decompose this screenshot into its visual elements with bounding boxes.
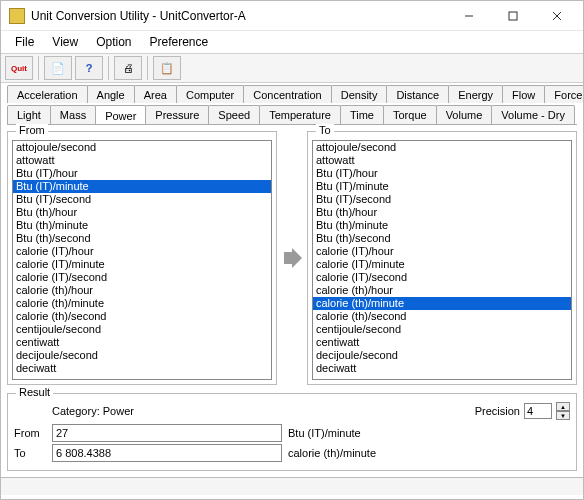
tab-light[interactable]: Light xyxy=(7,105,51,124)
tab-temperature[interactable]: Temperature xyxy=(259,105,341,124)
arrow-right-icon xyxy=(282,248,302,268)
tab-energy[interactable]: Energy xyxy=(448,85,503,103)
window-controls xyxy=(447,2,579,30)
maximize-icon xyxy=(508,11,518,21)
list-item[interactable]: Btu (IT)/hour xyxy=(13,167,271,180)
tab-torque[interactable]: Torque xyxy=(383,105,437,124)
list-item[interactable]: Btu (IT)/minute xyxy=(13,180,271,193)
menu-option[interactable]: Option xyxy=(88,33,139,51)
toolbar-separator xyxy=(147,56,148,80)
svg-rect-1 xyxy=(509,12,517,20)
list-item[interactable]: calorie (th)/second xyxy=(313,310,571,323)
tab-flow[interactable]: Flow xyxy=(502,85,545,103)
menubar: File View Option Preference xyxy=(1,31,583,53)
list-item[interactable]: calorie (IT)/minute xyxy=(313,258,571,271)
menu-file[interactable]: File xyxy=(7,33,42,51)
list-item[interactable]: calorie (th)/minute xyxy=(313,297,571,310)
list-item[interactable]: decijoule/second xyxy=(13,349,271,362)
tab-angle[interactable]: Angle xyxy=(87,85,135,103)
list-item[interactable]: centijoule/second xyxy=(313,323,571,336)
list-item[interactable]: Btu (th)/hour xyxy=(13,206,271,219)
list-item[interactable]: centiwatt xyxy=(313,336,571,349)
help-icon: ? xyxy=(86,62,93,74)
list-item[interactable]: Btu (th)/second xyxy=(13,232,271,245)
to-result-row: To calorie (th)/minute xyxy=(14,444,570,462)
list-item[interactable]: Btu (th)/minute xyxy=(313,219,571,232)
tab-speed[interactable]: Speed xyxy=(208,105,260,124)
toolbar: Quit 📄 ? 🖨 📋 xyxy=(1,53,583,83)
menu-preference[interactable]: Preference xyxy=(142,33,217,51)
list-item[interactable]: Btu (th)/hour xyxy=(313,206,571,219)
help-button[interactable]: ? xyxy=(75,56,103,80)
list-item[interactable]: Btu (IT)/minute xyxy=(313,180,571,193)
to-listbox[interactable]: attojoule/secondattowattBtu (IT)/hourBtu… xyxy=(312,140,572,380)
list-item[interactable]: calorie (IT)/hour xyxy=(13,245,271,258)
category-text: Category: Power xyxy=(52,405,134,417)
list-item[interactable]: centiwatt xyxy=(13,336,271,349)
precision-down-button[interactable]: ▼ xyxy=(556,411,570,420)
tab-force[interactable]: Force xyxy=(544,85,584,103)
list-item[interactable]: calorie (th)/hour xyxy=(13,284,271,297)
maximize-button[interactable] xyxy=(491,2,535,30)
from-result-label: From xyxy=(14,427,46,439)
list-item[interactable]: attojoule/second xyxy=(13,141,271,154)
main-panel: From attojoule/secondattowattBtu (IT)/ho… xyxy=(1,125,583,391)
list-item[interactable]: Btu (th)/second xyxy=(313,232,571,245)
printer-icon: 🖨 xyxy=(123,62,134,74)
minimize-button[interactable] xyxy=(447,2,491,30)
list-item[interactable]: Btu (IT)/second xyxy=(13,193,271,206)
precision-control: Precision ▲ ▼ xyxy=(475,402,570,420)
list-item[interactable]: Btu (IT)/second xyxy=(313,193,571,206)
svg-marker-4 xyxy=(284,248,302,268)
from-result-row: From Btu (IT)/minute xyxy=(14,424,570,442)
from-listbox[interactable]: attojoule/secondattowattBtu (IT)/hourBtu… xyxy=(12,140,272,380)
close-icon xyxy=(552,11,562,21)
tab-area[interactable]: Area xyxy=(134,85,177,103)
tab-power[interactable]: Power xyxy=(95,105,146,124)
list-item[interactable]: calorie (th)/minute xyxy=(13,297,271,310)
list-item[interactable]: calorie (IT)/hour xyxy=(313,245,571,258)
list-item[interactable]: deciwatt xyxy=(313,362,571,375)
precision-input[interactable] xyxy=(524,403,552,419)
list-item[interactable]: attojoule/second xyxy=(313,141,571,154)
list-item[interactable]: centijoule/second xyxy=(13,323,271,336)
precision-up-button[interactable]: ▲ xyxy=(556,402,570,411)
result-group-label: Result xyxy=(16,386,53,398)
list-item[interactable]: calorie (th)/second xyxy=(13,310,271,323)
close-button[interactable] xyxy=(535,2,579,30)
tab-pressure[interactable]: Pressure xyxy=(145,105,209,124)
list-item[interactable]: deciwatt xyxy=(13,362,271,375)
list-item[interactable]: calorie (th)/hour xyxy=(313,284,571,297)
to-value-input[interactable] xyxy=(52,444,282,462)
list-item[interactable]: attowatt xyxy=(13,154,271,167)
from-unit-label: Btu (IT)/minute xyxy=(288,427,361,439)
titlebar: Unit Conversion Utility - UnitConvertor-… xyxy=(1,1,583,31)
tab-volume[interactable]: Volume xyxy=(436,105,493,124)
tab-time[interactable]: Time xyxy=(340,105,384,124)
open-button[interactable]: 📄 xyxy=(44,56,72,80)
document-icon: 📄 xyxy=(51,62,65,75)
copy-button[interactable]: 📋 xyxy=(153,56,181,80)
list-item[interactable]: attowatt xyxy=(313,154,571,167)
category-value: Power xyxy=(103,405,134,417)
list-item[interactable]: decijoule/second xyxy=(313,349,571,362)
tab-distance[interactable]: Distance xyxy=(386,85,449,103)
quit-button[interactable]: Quit xyxy=(5,56,33,80)
tab-computer[interactable]: Computer xyxy=(176,85,244,103)
tab-volume-dry[interactable]: Volume - Dry xyxy=(491,105,575,124)
to-group: To attojoule/secondattowattBtu (IT)/hour… xyxy=(307,131,577,385)
list-item[interactable]: calorie (IT)/second xyxy=(13,271,271,284)
tab-mass[interactable]: Mass xyxy=(50,105,96,124)
list-item[interactable]: calorie (IT)/minute xyxy=(13,258,271,271)
list-item[interactable]: Btu (th)/minute xyxy=(13,219,271,232)
toolbar-separator xyxy=(108,56,109,80)
list-item[interactable]: Btu (IT)/hour xyxy=(313,167,571,180)
from-group: From attojoule/secondattowattBtu (IT)/ho… xyxy=(7,131,277,385)
tab-acceleration[interactable]: Acceleration xyxy=(7,85,88,103)
tab-concentration[interactable]: Concentration xyxy=(243,85,332,103)
menu-view[interactable]: View xyxy=(44,33,86,51)
from-value-input[interactable] xyxy=(52,424,282,442)
print-button[interactable]: 🖨 xyxy=(114,56,142,80)
list-item[interactable]: calorie (IT)/second xyxy=(313,271,571,284)
tab-density[interactable]: Density xyxy=(331,85,388,103)
